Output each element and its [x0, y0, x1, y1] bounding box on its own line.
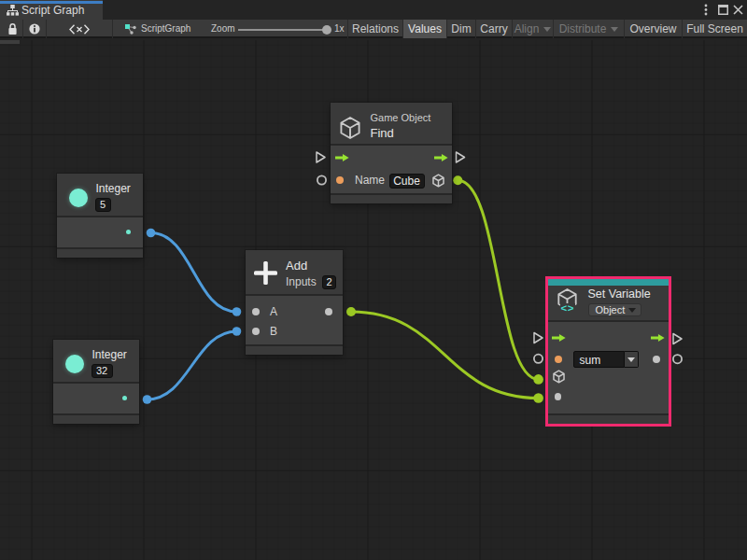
- output-port-dot[interactable]: [325, 308, 332, 315]
- inputs-count-field[interactable]: 2: [322, 275, 336, 289]
- control-out-arrow-icon[interactable]: [651, 333, 665, 343]
- name-input-port-dot[interactable]: [555, 356, 562, 363]
- toolbar-button-distribute[interactable]: Distribute: [554, 20, 624, 38]
- lock-icon[interactable]: [7, 23, 18, 35]
- value-port-circle[interactable]: [534, 355, 543, 363]
- control-port-triangle[interactable]: [534, 333, 543, 343]
- toolbar-button-dim[interactable]: Dim: [447, 20, 475, 38]
- node-add[interactable]: Add Inputs 2 A B: [246, 250, 343, 356]
- close-icon[interactable]: [733, 5, 743, 15]
- node-integer-top[interactable]: Integer 5: [57, 174, 143, 258]
- info-icon[interactable]: [29, 23, 40, 35]
- toolbar-separator: [46, 20, 47, 38]
- wire-endpoint[interactable]: [453, 175, 462, 185]
- toolbar-button-carry[interactable]: Carry: [476, 20, 512, 38]
- toolbar-button-align[interactable]: Align: [513, 20, 553, 38]
- object-input-port-icon[interactable]: [552, 370, 566, 384]
- node-title: Integer: [92, 348, 127, 361]
- zoom-slider-track[interactable]: [238, 29, 326, 31]
- wire-find-to-setvariable-object[interactable]: [458, 180, 538, 379]
- node-header: Integer 5: [57, 174, 143, 217]
- wire-add-to-setvariable-value[interactable]: [351, 312, 539, 399]
- wire-endpoint[interactable]: [533, 374, 543, 385]
- graph-canvas[interactable]: Integer 5 Integer 32: [0, 40, 747, 560]
- node-port-row: Name Cube: [331, 147, 453, 191]
- variable-scope-dropdown[interactable]: Object: [588, 303, 641, 316]
- maximize-icon[interactable]: [718, 5, 728, 15]
- graph-toolbar: ScriptGraph Zoom 1x Relations Values Dim…: [0, 20, 747, 38]
- toolbar-separator: [22, 20, 23, 38]
- add-plus-icon: [254, 261, 277, 285]
- variable-name-text: sum: [580, 354, 601, 367]
- dropdown-caret-icon: [543, 27, 551, 32]
- control-port-triangle[interactable]: [457, 152, 465, 162]
- control-in-arrow-icon[interactable]: [335, 153, 349, 162]
- window-titlebar: Script Graph: [0, 0, 747, 20]
- integer-value-field[interactable]: 32: [92, 364, 113, 378]
- node-port-row: [57, 219, 143, 245]
- node-footer: [53, 413, 139, 424]
- node-header: Game Object Find: [331, 103, 453, 146]
- wire-endpoint[interactable]: [533, 393, 543, 403]
- wire-integer5-to-add-a[interactable]: [151, 233, 237, 313]
- node-title: Set Variable: [588, 287, 651, 301]
- script-graph-window: Script Graph: [0, 0, 747, 560]
- value-port-circle[interactable]: [317, 175, 326, 184]
- variable-code-icon: <>: [560, 303, 575, 314]
- node-integer-bottom[interactable]: Integer 32: [53, 340, 139, 424]
- wire-endpoint[interactable]: [346, 307, 356, 316]
- no-script-icon[interactable]: [69, 24, 90, 35]
- toolbar-button-relations[interactable]: Relations: [348, 20, 402, 38]
- zoom-slider-handle[interactable]: [322, 25, 331, 35]
- node-find[interactable]: Game Object Find Name Cube: [331, 103, 453, 203]
- control-port-triangle[interactable]: [317, 152, 325, 162]
- toolbar-button-values[interactable]: Values: [403, 20, 446, 38]
- name-input-port-dot[interactable]: [336, 176, 344, 184]
- output-port-dot[interactable]: [122, 396, 127, 400]
- wire-endpoint[interactable]: [147, 229, 156, 238]
- value-port-circle[interactable]: [673, 355, 682, 363]
- wire-endpoint[interactable]: [143, 395, 152, 404]
- node-title: Integer: [96, 182, 131, 195]
- scope-label: Object: [596, 304, 626, 315]
- port-a-label: A: [270, 305, 277, 318]
- wire-integer32-to-add-b[interactable]: [148, 331, 237, 399]
- integer-value-field[interactable]: 5: [95, 198, 111, 212]
- node-footer: [331, 193, 453, 203]
- input-port-b-dot[interactable]: [252, 328, 260, 335]
- control-in-arrow-icon[interactable]: [552, 333, 566, 343]
- integer-type-icon: [65, 355, 84, 373]
- wire-endpoint[interactable]: [233, 327, 242, 336]
- zoom-label: Zoom: [211, 20, 235, 38]
- toolbar-separator: [112, 20, 113, 38]
- name-value-field[interactable]: Cube: [389, 174, 425, 189]
- gameobject-output-icon[interactable]: [431, 174, 445, 188]
- node-set-variable[interactable]: <> Set Variable Object sum: [548, 279, 669, 424]
- node-surtitle: Game Object: [371, 112, 431, 123]
- kebab-menu-icon[interactable]: [704, 4, 708, 16]
- tab-script-graph[interactable]: Script Graph: [0, 0, 103, 20]
- variable-name-dropdown-button[interactable]: [625, 351, 639, 368]
- graph-hierarchy-icon: [7, 5, 19, 16]
- wire-endpoint[interactable]: [233, 307, 242, 316]
- dropdown-caret-icon: [627, 357, 635, 362]
- toolbar-button-overview[interactable]: Overview: [625, 20, 682, 38]
- output-port-dot[interactable]: [126, 230, 131, 234]
- tab-label: Script Graph: [21, 4, 84, 17]
- toolbar-button-fullscreen[interactable]: Full Screen: [683, 20, 747, 38]
- input-port-a-dot[interactable]: [252, 308, 260, 315]
- node-footer: [246, 344, 343, 355]
- node-port-row: [53, 385, 139, 411]
- output-port-dot[interactable]: [653, 356, 660, 363]
- control-port-triangle[interactable]: [673, 334, 682, 344]
- dropdown-caret-icon: [611, 27, 618, 32]
- node-port-row: sum: [548, 324, 669, 411]
- node-title: Add: [286, 259, 307, 273]
- node-header: Integer 32: [53, 340, 139, 384]
- value-input-port-dot[interactable]: [555, 393, 562, 400]
- node-footer: [57, 247, 143, 258]
- variable-name-field[interactable]: sum: [573, 351, 625, 368]
- control-out-arrow-icon[interactable]: [434, 153, 448, 162]
- gameobject-cube-icon: [338, 116, 362, 140]
- name-port-label: Name: [355, 174, 385, 187]
